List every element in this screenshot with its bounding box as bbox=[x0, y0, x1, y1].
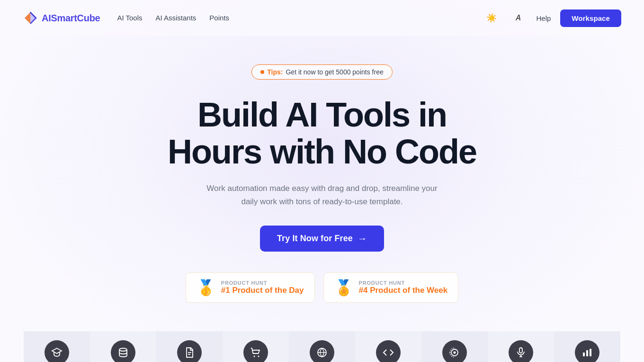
cta-arrow-icon: → bbox=[358, 233, 367, 244]
tips-label: Tips: bbox=[267, 68, 283, 76]
svg-rect-11 bbox=[586, 350, 588, 356]
svg-point-0 bbox=[119, 348, 127, 351]
nav-item-ai-assistants[interactable]: AI Assistants bbox=[155, 14, 196, 22]
nav-item-points[interactable]: Points bbox=[209, 14, 229, 22]
cta-label: Try It Now for Free bbox=[277, 234, 353, 244]
logo-icon bbox=[23, 10, 38, 26]
svg-point-6 bbox=[454, 351, 456, 353]
hero-title-line1: Build AI Tools in bbox=[197, 96, 447, 134]
tips-badge[interactable]: Tips: Get it now to get 5000 points free bbox=[251, 64, 392, 80]
ph-week-rank: #4 Product of the Week bbox=[359, 286, 448, 295]
ph-badge-day-icon: 🥇 bbox=[197, 279, 215, 297]
svg-point-3 bbox=[254, 355, 255, 357]
logo-text: AISmartCube bbox=[42, 13, 100, 24]
globe-icon bbox=[310, 340, 334, 362]
svg-rect-12 bbox=[590, 349, 591, 356]
translate-button[interactable]: A bbox=[510, 9, 527, 27]
icon-card-globe[interactable] bbox=[289, 331, 355, 362]
navbar: AISmartCube AI Tools AI Assistants Point… bbox=[0, 0, 644, 36]
icon-card-signal[interactable] bbox=[421, 331, 488, 362]
nav-links: AI Tools AI Assistants Points bbox=[117, 14, 229, 22]
chart-icon bbox=[575, 340, 599, 362]
icon-card-code[interactable] bbox=[355, 331, 421, 362]
document-icon bbox=[177, 340, 202, 362]
ph-badge-day-text: PRODUCT HUNT #1 Product of the Day bbox=[221, 280, 304, 295]
product-hunt-badges: 🥇 PRODUCT HUNT #1 Product of the Day 🏅 P… bbox=[186, 272, 458, 303]
sun-icon: ☀️ bbox=[486, 13, 497, 23]
education-icon bbox=[45, 340, 69, 362]
icon-card-cart[interactable] bbox=[223, 331, 289, 362]
ph-week-label: PRODUCT HUNT bbox=[359, 280, 448, 286]
icon-strip bbox=[0, 331, 644, 362]
nav-item-ai-tools[interactable]: AI Tools bbox=[117, 14, 142, 22]
nav-link-ai-assistants[interactable]: AI Assistants bbox=[155, 14, 196, 22]
svg-rect-10 bbox=[583, 353, 585, 356]
signal-icon bbox=[442, 340, 467, 362]
ph-badge-day[interactable]: 🥇 PRODUCT HUNT #1 Product of the Day bbox=[186, 272, 315, 303]
icon-card-mic[interactable] bbox=[488, 331, 554, 362]
icon-card-database[interactable] bbox=[90, 331, 156, 362]
svg-rect-7 bbox=[519, 348, 522, 353]
mic-icon bbox=[509, 340, 533, 362]
database-icon bbox=[111, 340, 135, 362]
hero-title-line2: Hours with No Code bbox=[168, 133, 476, 171]
svg-point-4 bbox=[258, 355, 259, 357]
ph-day-rank: #1 Product of the Day bbox=[221, 286, 304, 295]
workspace-button[interactable]: Workspace bbox=[560, 9, 621, 27]
ph-badge-week-text: PRODUCT HUNT #4 Product of the Week bbox=[359, 280, 448, 295]
logo-link[interactable]: AISmartCube bbox=[23, 10, 100, 26]
tips-text: Get it now to get 5000 points free bbox=[286, 68, 383, 76]
nav-left: AISmartCube AI Tools AI Assistants Point… bbox=[23, 10, 229, 26]
translate-icon: A bbox=[516, 14, 521, 22]
cta-button[interactable]: Try It Now for Free → bbox=[260, 226, 384, 252]
nav-link-points[interactable]: Points bbox=[209, 14, 229, 22]
icon-card-education[interactable] bbox=[24, 331, 90, 362]
hero-title: Build AI Tools in Hours with No Code bbox=[168, 97, 476, 171]
nav-link-ai-tools[interactable]: AI Tools bbox=[117, 14, 142, 22]
tips-dot bbox=[260, 70, 264, 74]
icon-card-chart[interactable] bbox=[554, 331, 620, 362]
nav-right: ☀️ A Help Workspace bbox=[483, 9, 621, 27]
hero-section: Tips: Get it now to get 5000 points free… bbox=[0, 36, 644, 322]
theme-toggle-button[interactable]: ☀️ bbox=[483, 9, 500, 27]
ph-day-label: PRODUCT HUNT bbox=[221, 280, 304, 286]
icon-card-document[interactable] bbox=[156, 331, 223, 362]
help-link[interactable]: Help bbox=[536, 14, 551, 22]
code-icon bbox=[376, 340, 401, 362]
ph-badge-week[interactable]: 🏅 PRODUCT HUNT #4 Product of the Week bbox=[323, 272, 459, 303]
cart-icon bbox=[243, 340, 268, 362]
ph-badge-week-icon: 🏅 bbox=[334, 279, 353, 297]
hero-subtitle: Work automation made easy with drag and … bbox=[199, 182, 445, 208]
